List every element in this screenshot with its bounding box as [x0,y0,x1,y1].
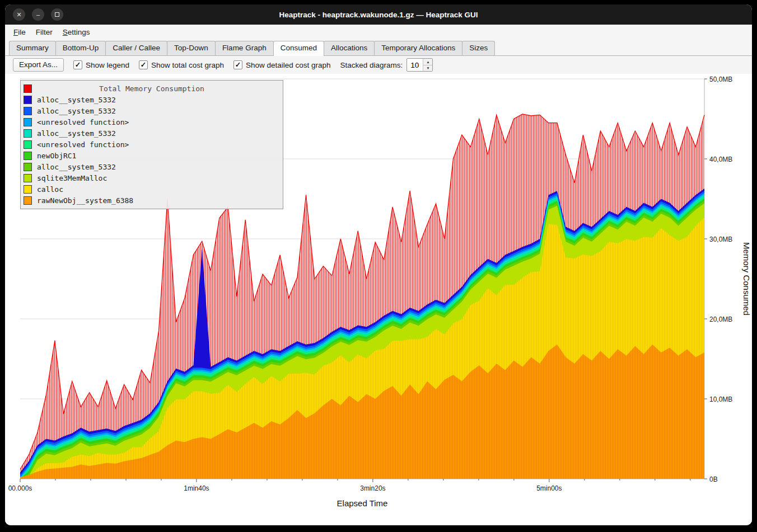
legend-label: rawNewObj__system_6388 [37,196,133,205]
legend-swatch-icon [24,174,32,182]
legend-label: calloc [37,185,63,194]
chart-legend: Total Memory Consumptionalloc__system_53… [20,80,283,209]
stacked-diagrams-group: Stacked diagrams: ▲ ▼ [340,58,433,72]
checkbox-show-legend[interactable]: ✓Show legend [73,60,129,69]
legend-label: <unresolved function> [37,118,129,126]
maximize-square-icon [55,12,59,17]
menu-file[interactable]: File [8,26,31,39]
legend-label: alloc__system_5332 [37,107,116,115]
checkbox-show-detailed-cost-graph[interactable]: ✓Show detailed cost graph [233,60,331,69]
y-tick-label: 30,0MB [709,236,732,243]
x-tick-label: 1min40s [184,484,209,492]
chart-toolbar: Export As... ✓Show legend✓Show total cos… [5,56,752,74]
y-tick-label: 0B [709,475,718,483]
spinbox-arrows: ▲ ▼ [423,59,432,71]
legend-item: alloc__system_5332 [21,105,283,116]
export-as-button[interactable]: Export As... [13,58,64,72]
tab-allocations[interactable]: Allocations [324,41,375,55]
legend-swatch-icon [24,163,32,171]
legend-swatch-icon [24,196,32,205]
menu-filter[interactable]: Filter [31,26,58,39]
legend-swatch-icon [24,140,32,149]
legend-label: sqlite3MemMalloc [37,174,107,182]
tab-consumed[interactable]: Consumed [273,41,324,56]
legend-item: calloc [21,183,283,195]
legend-swatch-icon [24,96,32,104]
y-axis-title: Memory Consumed [742,242,751,316]
y-tick-label: 50,0MB [709,76,732,83]
legend-item: rawNewObj__system_6388 [21,195,283,206]
legend-item: alloc__system_5332 [21,128,283,139]
legend-label: Total Memory Consumption [21,84,283,93]
menu-settings[interactable]: Settings [58,26,95,39]
legend-label: <unresolved function> [37,140,129,149]
close-icon[interactable]: ✕ [13,8,25,21]
checkbox-show-total-cost-graph[interactable]: ✓Show total cost graph [139,60,224,69]
legend-label: alloc__system_5332 [37,96,116,104]
legend-item: <unresolved function> [21,116,283,128]
legend-swatch-icon [24,152,32,160]
legend-label: alloc__system_5332 [37,129,116,138]
window-controls: ✕– [13,8,63,21]
legend-item: alloc__system_5332 [21,94,283,105]
tab-top-down[interactable]: Top-Down [167,41,216,55]
legend-title-row: Total Memory Consumption [21,83,283,94]
tab-flame-graph[interactable]: Flame Graph [215,41,274,55]
tab-bottom-up[interactable]: Bottom-Up [55,41,106,55]
tab-summary[interactable]: Summary [9,41,56,55]
y-tick-label: 20,0MB [709,316,732,323]
spinbox-up-icon[interactable]: ▲ [423,59,432,65]
legend-swatch-icon [24,118,32,126]
checkmark-icon[interactable]: ✓ [233,60,242,69]
tab-caller-callee[interactable]: Caller / Callee [105,41,167,55]
app-window: ✕– Heaptrack - heaptrack.wakunode.1.gz —… [5,4,752,525]
window-title: Heaptrack - heaptrack.wakunode.1.gz — He… [5,11,752,19]
consumed-chart-area[interactable]: 0B10,0MB20,0MB30,0MB40,0MB50,0MB00.000s1… [5,74,752,525]
legend-label: newObjRC1 [37,152,76,160]
minimize-icon[interactable]: – [32,8,44,21]
legend-item: newObjRC1 [21,150,283,161]
legend-item: sqlite3MemMalloc [21,172,283,183]
checkbox-label: Show detailed cost graph [246,61,331,69]
x-tick-label: 5min00s [536,484,562,492]
checkbox-label: Show total cost graph [151,61,224,69]
spinbox-down-icon[interactable]: ▼ [423,65,432,72]
menu-bar: FileFilterSettings [5,25,752,40]
checkmark-icon[interactable]: ✓ [139,60,148,69]
legend-swatch-icon [24,129,32,138]
title-bar: ✕– Heaptrack - heaptrack.wakunode.1.gz —… [5,4,752,25]
stacked-diagrams-spinbox[interactable]: ▲ ▼ [406,58,433,72]
y-tick-label: 40,0MB [709,156,732,163]
tab-sizes[interactable]: Sizes [462,41,495,55]
tab-bar: SummaryBottom-UpCaller / CalleeTop-DownF… [5,40,752,56]
legend-item: <unresolved function> [21,139,283,150]
x-tick-label: 00.000s [8,484,32,492]
maximize-icon[interactable] [51,8,63,21]
legend-swatch-icon [24,107,32,115]
toolbar-checkboxes: ✓Show legend✓Show total cost graph✓Show … [73,60,331,69]
checkmark-icon[interactable]: ✓ [73,60,82,69]
tab-temporary-allocations[interactable]: Temporary Allocations [374,41,462,55]
legend-swatch-icon [24,185,32,194]
stacked-diagrams-input[interactable] [407,59,423,71]
stacked-diagrams-label: Stacked diagrams: [340,61,403,69]
legend-item: alloc__system_5332 [21,161,283,172]
x-tick-label: 3min20s [360,484,385,492]
x-axis-title: Elapsed Time [337,498,388,508]
checkbox-label: Show legend [86,61,129,69]
legend-label: alloc__system_5332 [37,163,116,171]
y-tick-label: 10,0MB [709,396,732,403]
